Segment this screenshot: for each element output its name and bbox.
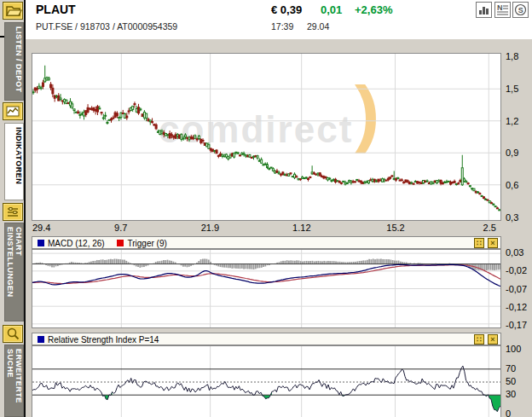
axis-tick-label: 50 — [506, 376, 516, 386]
rsi-y-axis: 1007050300 — [504, 345, 532, 417]
rsi-chart[interactable] — [32, 345, 501, 417]
sidebar-tab-listen-depot[interactable]: LISTEN / DEPOT — [4, 22, 24, 101]
axis-tick-label: 9.7 — [104, 223, 138, 233]
instrument-subtitle: PUT.FSE / 918703 / AT0000954359 — [36, 21, 177, 32]
macd-chart-svg — [32, 250, 500, 327]
chart-settings-icon[interactable] — [3, 203, 23, 221]
magnifier-icon[interactable] — [3, 325, 23, 343]
trigger-legend-swatch — [117, 240, 124, 246]
price-change-pct: +2,63% — [355, 3, 392, 16]
main-price-chart[interactable]: comdirect ) — [32, 53, 501, 221]
rsi-legend-label: Relative Strength Index P=14 — [48, 333, 159, 345]
sidebar-tab-chart-einstellungen[interactable]: CHART EINSTELLUNGEN — [4, 223, 24, 321]
axis-tick-label: 1,2 — [506, 116, 518, 126]
quote-date: 29.04 — [307, 21, 329, 32]
axis-tick-label: 1,5 — [506, 84, 518, 94]
svg-text:N: N — [497, 3, 503, 12]
axis-tick-label: -0,12 — [506, 302, 527, 312]
rsi-properties-icon[interactable]: ∷ — [474, 334, 484, 345]
indicators-icon[interactable] — [3, 102, 23, 120]
news-icon[interactable]: N — [494, 2, 511, 18]
axis-tick-label: 70 — [506, 363, 516, 374]
macd-close-icon[interactable]: × — [488, 238, 498, 248]
sidebar-tabstrip: LISTEN / DEPOT INDIKATOREN CHART EINSTEL… — [0, 0, 26, 417]
macd-legend-label: MACD (12, 26) — [48, 237, 105, 249]
axis-tick-label: -0,17 — [506, 320, 527, 330]
instrument-header: PLAUT PUT.FSE / 918703 / AT0000954359 € … — [26, 0, 532, 39]
macd-chart[interactable] — [32, 249, 501, 328]
price-change: 0,01 — [321, 3, 342, 16]
sidebar-tab-indikatoren[interactable]: INDIKATOREN — [4, 123, 24, 200]
main-y-axis: 1,81,51,20,90,60,3 — [504, 53, 532, 221]
main-chart-svg — [32, 54, 500, 220]
axis-tick-label: 1,8 — [506, 51, 518, 61]
macd-panel-header: MACD (12, 26) Trigger (9) ∷ × — [32, 236, 501, 249]
svg-text:S: S — [518, 6, 523, 14]
folder-icon[interactable] — [3, 2, 23, 20]
rsi-panel-header: Relative Strength Index P=14 ∷ × — [32, 333, 501, 345]
macd-legend-swatch — [38, 240, 44, 246]
rsi-close-icon[interactable]: × — [488, 334, 498, 345]
axis-tick-label: 0,03 — [506, 247, 523, 258]
main-x-axis: 29.49.721.91.1215.22.5 — [0, 223, 532, 234]
trigger-legend-label: Trigger (9) — [127, 237, 166, 249]
s-circle-icon[interactable]: S — [512, 2, 529, 18]
axis-tick-label: 0,3 — [506, 212, 518, 223]
axis-tick-label: -0,02 — [506, 265, 527, 275]
axis-tick-label: 0,9 — [506, 148, 518, 158]
axis-tick-label: -0,07 — [506, 284, 527, 294]
sidebar-tab-erweiterte-suche[interactable]: ERWEITERTE SUCHE — [4, 345, 24, 417]
axis-tick-label: 0,6 — [506, 180, 518, 190]
axis-tick-label: 21.9 — [193, 223, 227, 233]
macd-y-axis: 0,03-0,02-0,07-0,12-0,17 — [504, 249, 532, 328]
axis-tick-label: 100 — [506, 344, 521, 354]
axis-tick-label: 29.4 — [32, 223, 66, 233]
app-window: LISTEN / DEPOT INDIKATOREN CHART EINSTEL… — [0, 0, 532, 417]
rsi-legend-swatch — [38, 336, 44, 343]
quote-time: 17:39 — [271, 21, 293, 32]
axis-tick-label: 30 — [506, 389, 516, 399]
axis-tick-label: 1.12 — [285, 223, 319, 233]
axis-tick-label: 2.5 — [472, 223, 506, 233]
bar-chart-icon[interactable] — [476, 2, 492, 18]
rsi-chart-svg — [32, 346, 500, 417]
axis-tick-label: 15.2 — [379, 223, 413, 233]
instrument-title: PLAUT — [36, 3, 76, 16]
macd-properties-icon[interactable]: ∷ — [474, 238, 484, 248]
price-value: € 0,39 — [271, 3, 302, 16]
axis-tick-label: 0 — [506, 408, 511, 417]
